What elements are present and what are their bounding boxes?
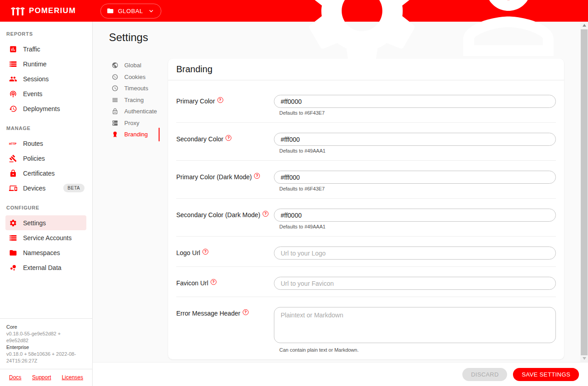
field-row-primary-color-dark-mode: Primary Color (Dark Mode)?Defaults to #6… <box>176 161 556 199</box>
field-row-secondary-color: Secondary Color?Defaults to #49AAA1 <box>176 123 556 161</box>
field-label-col: Secondary Color (Dark Mode)? <box>176 209 274 219</box>
sidebar-item-settings[interactable]: Settings <box>5 215 86 230</box>
sidebar-item-deployments[interactable]: Deployments <box>0 101 92 116</box>
namespace-selector[interactable]: GLOBAL <box>100 4 161 19</box>
help-icon[interactable]: ? <box>226 135 231 141</box>
brand-name: POMERIUM <box>29 6 76 15</box>
console-settings-button[interactable] <box>292 0 433 81</box>
svg-text:HTTP: HTTP <box>9 142 17 145</box>
settings-subnav: GlobalCookiesTimeoutsTracingAuthenticate… <box>109 59 160 140</box>
field-helper: Defaults to #49AAA1 <box>279 224 556 229</box>
scroll-down-arrow[interactable] <box>580 355 588 362</box>
field-label: Primary Color <box>176 98 215 105</box>
subnav-item-label: Proxy <box>124 120 139 126</box>
help-icon[interactable]: ? <box>254 173 260 179</box>
field-row-error-message-header: Error Message Header?Can contain plain t… <box>176 297 556 359</box>
sidebar-item-label: External Data <box>23 264 61 271</box>
field-label: Error Message Header <box>176 310 240 317</box>
sidebar-item-devices[interactable]: DevicesBETA <box>0 181 92 195</box>
core-version-value: v0.18.0-55-ge9e52d82 + e9e52d82 <box>6 330 86 344</box>
subnav-item-cookies[interactable]: Cookies <box>109 71 160 83</box>
favicon-url-input[interactable] <box>274 277 556 290</box>
field-label: Logo Url <box>176 249 200 256</box>
account-button[interactable] <box>438 0 579 81</box>
primary-color-input[interactable] <box>274 95 556 108</box>
field-label-col: Secondary Color? <box>176 133 274 143</box>
sidebar-item-events[interactable]: Events <box>0 86 92 101</box>
cookies-icon <box>112 74 118 80</box>
field-helper: Defaults to #49AAA1 <box>279 148 556 153</box>
runtime-icon <box>9 60 17 68</box>
sidebar-item-policies[interactable]: Policies <box>0 151 92 166</box>
field-label-col: Error Message Header? <box>176 307 274 317</box>
sidebar-item-label: Settings <box>23 219 46 227</box>
sidebar-item-certificates[interactable]: Certificates <box>0 166 92 181</box>
sidebar-item-external-data[interactable]: External Data <box>0 260 92 275</box>
sidebar-item-service-accounts[interactable]: Service Accounts <box>0 230 92 245</box>
beta-badge: BETA <box>63 184 85 192</box>
subnav-item-tracing[interactable]: Tracing <box>109 94 160 106</box>
section-label-manage: MANAGE <box>0 116 92 136</box>
sidebar-footer-links: DocsSupportLicenses <box>0 369 92 386</box>
service-accounts-icon <box>9 234 17 242</box>
field-label: Primary Color (Dark Mode) <box>176 173 252 181</box>
primary-color-dark-mode-input[interactable] <box>274 171 556 184</box>
save-settings-button[interactable]: SAVE SETTINGS <box>513 368 579 381</box>
discard-button[interactable]: DISCARD <box>462 368 507 381</box>
devices-icon <box>9 184 17 192</box>
field-label-col: Favicon Url? <box>176 277 274 287</box>
pomerium-logo-icon <box>11 5 25 17</box>
sidebar-nav: REPORTSTrafficRuntimeSessionsEventsDeplo… <box>0 22 92 318</box>
sidebar-item-label: Service Accounts <box>23 234 71 242</box>
subnav-item-global[interactable]: Global <box>109 60 160 71</box>
help-icon[interactable]: ? <box>217 97 223 103</box>
enterprise-version-label: Enterprise <box>6 344 86 351</box>
subnav-item-label: Timeouts <box>124 85 148 92</box>
logo-url-input[interactable] <box>274 246 556 260</box>
docs-link[interactable]: Docs <box>9 374 21 381</box>
sidebar-item-sessions[interactable]: Sessions <box>0 71 92 86</box>
help-icon[interactable]: ? <box>263 211 268 217</box>
field-helper: Defaults to #6F43E7 <box>279 110 556 116</box>
sidebar-item-label: Deployments <box>23 105 60 112</box>
field-row-favicon-url: Favicon Url? <box>176 267 556 297</box>
topbar: POMERIUM GLOBAL <box>0 0 588 22</box>
traffic-icon <box>9 45 17 53</box>
licenses-link[interactable]: Licenses <box>62 374 83 381</box>
sidebar-item-label: Runtime <box>23 60 47 68</box>
subnav-item-label: Global <box>124 62 141 69</box>
section-label-configure: CONFIGURE <box>0 195 92 215</box>
branding-card: Branding Primary Color?Defaults to #6F43… <box>168 59 564 359</box>
sidebar-item-traffic[interactable]: Traffic <box>0 42 92 56</box>
subnav-item-authenticate[interactable]: Authenticate <box>109 106 160 117</box>
field-input-col <box>274 246 556 260</box>
proxy-icon <box>112 120 118 126</box>
subnav-item-branding[interactable]: Branding <box>109 129 160 140</box>
certificates-icon <box>9 169 17 177</box>
sidebar-item-label: Traffic <box>23 46 40 53</box>
sessions-icon <box>9 75 17 83</box>
events-icon <box>9 90 17 98</box>
field-label-col: Logo Url? <box>176 246 274 256</box>
support-link[interactable]: Support <box>32 374 51 381</box>
secondary-color-dark-mode-input[interactable] <box>274 209 556 222</box>
brand[interactable]: POMERIUM <box>0 5 76 17</box>
routes-icon: HTTP <box>9 140 17 148</box>
error-message-header-input[interactable] <box>274 307 556 343</box>
sidebar-item-runtime[interactable]: Runtime <box>0 56 92 71</box>
help-icon[interactable]: ? <box>243 309 249 315</box>
help-icon[interactable]: ? <box>211 279 216 285</box>
help-icon[interactable]: ? <box>202 249 208 255</box>
sidebar-item-label: Namespaces <box>23 249 60 256</box>
tracing-icon <box>112 97 118 103</box>
secondary-color-input[interactable] <box>274 133 556 146</box>
subnav-item-proxy[interactable]: Proxy <box>109 117 160 129</box>
sidebar-item-label: Events <box>23 90 42 98</box>
person-icon <box>441 0 576 79</box>
sidebar-item-namespaces[interactable]: Namespaces <box>0 245 92 260</box>
sidebar-item-label: Devices <box>23 185 46 192</box>
policies-icon <box>9 154 17 163</box>
sidebar-item-routes[interactable]: HTTPRoutes <box>0 136 92 151</box>
subnav-item-timeouts[interactable]: Timeouts <box>109 83 160 94</box>
settings-icon <box>9 219 17 227</box>
